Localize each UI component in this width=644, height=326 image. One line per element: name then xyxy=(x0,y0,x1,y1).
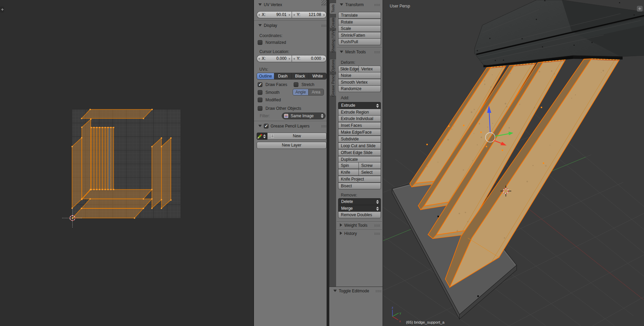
svg-text:y: y xyxy=(400,311,401,315)
svg-text:x: x xyxy=(399,320,401,323)
svg-text:(65) bridge_support_a: (65) bridge_support_a xyxy=(406,320,445,324)
svg-text:User Persp: User Persp xyxy=(390,4,410,8)
svg-text:z: z xyxy=(392,306,393,309)
